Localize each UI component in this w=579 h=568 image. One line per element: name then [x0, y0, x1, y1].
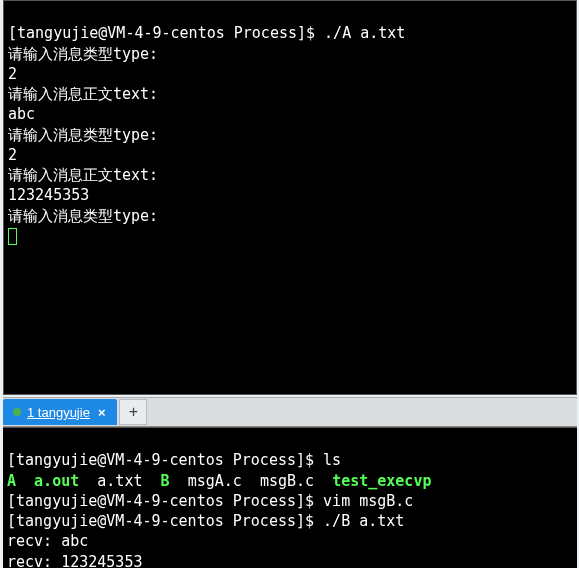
output-line: recv: abc	[7, 532, 88, 550]
terminal-top-content: [tangyujie@VM-4-9-centos Process]$ ./A a…	[4, 1, 576, 248]
terminal-pane-bottom[interactable]: [tangyujie@VM-4-9-centos Process]$ ls A …	[3, 427, 577, 568]
output-line: 2	[8, 146, 17, 164]
ls-item: a.txt	[97, 472, 142, 490]
add-tab-button[interactable]: +	[119, 399, 147, 425]
output-line: 2	[8, 65, 17, 83]
prompt: [tangyujie@VM-4-9-centos Process]$	[7, 512, 323, 530]
output-line: abc	[8, 105, 35, 123]
prompt: [tangyujie@VM-4-9-centos Process]$	[7, 451, 323, 469]
output-line: recv: 123245353	[7, 553, 142, 569]
tab-label: 1 tangyujie	[27, 405, 90, 420]
output-line: 请输入消息类型type:	[8, 45, 158, 63]
command: ./A a.txt	[324, 24, 405, 42]
tab-bar: 1 tangyujie × +	[3, 397, 577, 427]
ls-item: A	[7, 472, 16, 490]
terminal-pane-top[interactable]: [tangyujie@VM-4-9-centos Process]$ ./A a…	[3, 0, 577, 395]
command: ls	[323, 451, 341, 469]
tab-session-1[interactable]: 1 tangyujie ×	[3, 399, 117, 425]
ls-item: a.out	[34, 472, 79, 490]
output-line: 请输入消息正文text:	[8, 166, 158, 184]
output-line: 请输入消息正文text:	[8, 85, 158, 103]
terminal-bottom-content: [tangyujie@VM-4-9-centos Process]$ ls A …	[3, 428, 577, 568]
output-line: 请输入消息类型type:	[8, 207, 158, 225]
output-line: 请输入消息类型type:	[8, 126, 158, 144]
prompt: [tangyujie@VM-4-9-centos Process]$	[8, 24, 324, 42]
cursor-icon	[8, 228, 17, 245]
command: ./B a.txt	[323, 512, 404, 530]
status-dot-icon	[13, 408, 21, 416]
command: vim msgB.c	[323, 492, 413, 510]
ls-item: B	[161, 472, 170, 490]
close-icon[interactable]: ×	[96, 405, 108, 420]
ls-item: test_execvp	[332, 472, 431, 490]
ls-item: msgA.c	[188, 472, 242, 490]
plus-icon: +	[129, 403, 138, 421]
ls-item: msgB.c	[260, 472, 314, 490]
output-line: 123245353	[8, 186, 89, 204]
prompt: [tangyujie@VM-4-9-centos Process]$	[7, 492, 323, 510]
